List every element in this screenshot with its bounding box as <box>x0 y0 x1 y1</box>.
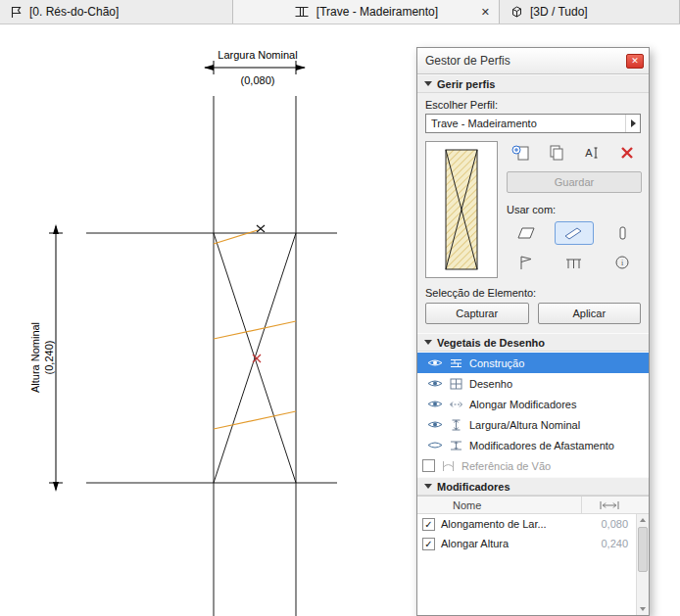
profile-preview-image <box>426 142 497 277</box>
element-selection-label: Selecção de Elemento: <box>425 287 641 299</box>
layer-item-offset-modifiers[interactable]: Modificadores de Afastamento <box>417 435 649 455</box>
construction-icon <box>449 356 463 370</box>
modifier-checkbox[interactable]: ✓ <box>422 518 435 531</box>
new-profile-icon <box>511 144 531 162</box>
eye-icon[interactable] <box>427 357 443 368</box>
dropdown-arrow-icon[interactable] <box>625 115 640 132</box>
stretch-modifiers-icon <box>449 398 463 411</box>
profile-construction-lines <box>86 96 337 616</box>
use-with-flag-button[interactable] <box>507 251 546 274</box>
check-icon: ✓ <box>424 519 432 530</box>
section-label: Modificadores <box>437 481 510 493</box>
duplicate-profile-icon <box>548 144 565 162</box>
apply-button[interactable]: Aplicar <box>538 303 642 324</box>
width-dim-label: Largura Nominal <box>218 49 297 61</box>
column-header-value[interactable] <box>581 497 636 513</box>
section-label: Vegetais de Desenho <box>437 337 545 349</box>
scroll-up-icon[interactable] <box>637 514 649 526</box>
profile-dropdown-value: Trave - Madeiramento <box>431 118 537 129</box>
palette-titlebar[interactable]: Gestor de Perfis ✕ <box>417 48 649 74</box>
layer-item-stretch-modifiers[interactable]: Alongar Modificadores <box>417 394 649 414</box>
tab-bar: [0. Rés-do-Chão] [Trave - Madeiramento] … <box>0 0 680 24</box>
story-icon <box>10 6 23 19</box>
width-dim-value: (0,080) <box>241 74 275 86</box>
svg-text:A: A <box>585 147 593 159</box>
stretch-modifier-lines <box>214 230 296 429</box>
new-profile-button[interactable] <box>509 142 534 164</box>
offset-modifiers-icon <box>449 439 463 452</box>
section-header-drawing-layers[interactable]: Vegetais de Desenho <box>417 333 649 352</box>
column-header-name[interactable]: Nome <box>417 499 581 511</box>
profile-preview <box>425 141 498 278</box>
modifiers-table: Nome ✓ Alongamento de Lar... 0,080 ✓ Alo… <box>417 496 649 615</box>
tab-label: [3D / Tudo] <box>530 5 588 19</box>
layer-item-construction[interactable]: Construção <box>417 353 649 373</box>
rename-profile-button[interactable]: A <box>579 142 605 164</box>
use-with-railing-button[interactable] <box>555 251 594 274</box>
tab-close-icon[interactable]: ✕ <box>481 6 490 19</box>
rename-profile-icon: A <box>583 145 601 161</box>
modifier-row-height[interactable]: ✓ Alongar Altura 0,240 <box>417 534 649 553</box>
span-reference-checkbox[interactable] <box>422 459 435 472</box>
layer-item-drawing[interactable]: Desenho <box>417 373 649 394</box>
section-label: Gerir perfis <box>437 78 495 90</box>
profile-dropdown[interactable]: Trave - Madeiramento <box>425 114 641 133</box>
origin-marker <box>253 355 261 362</box>
modifier-value: 0,240 <box>581 538 636 549</box>
duplicate-profile-button[interactable] <box>544 142 569 164</box>
modifier-name: Alongar Altura <box>441 538 581 549</box>
save-button-label: Guardar <box>555 176 594 188</box>
tab-profile-editor[interactable]: [Trave - Madeiramento] ✕ <box>233 0 500 24</box>
modifier-row-width[interactable]: ✓ Alongamento de Lar... 0,080 <box>417 514 649 534</box>
scrollbar-thumb[interactable] <box>638 527 648 572</box>
column-icon <box>612 225 632 241</box>
scroll-down-icon[interactable] <box>637 603 649 615</box>
profile-section-icon <box>294 6 310 18</box>
profile-manager-palette: Gestor de Perfis ✕ Gerir perfis Escolher… <box>416 47 650 616</box>
profile-actions-column: A Guardar Usar com: <box>507 141 642 278</box>
use-with-wall-button[interactable] <box>507 221 546 245</box>
table-scrollbar[interactable] <box>636 514 649 615</box>
delete-profile-button[interactable] <box>614 142 640 164</box>
save-button[interactable]: Guardar <box>507 171 642 193</box>
hotspot-marker <box>257 225 265 232</box>
layer-item-span-reference[interactable]: Referência de Vão <box>417 455 649 476</box>
use-with-beam-button[interactable] <box>555 221 594 245</box>
choose-profile-label: Escolher Perfil: <box>425 99 641 111</box>
info-icon: i <box>613 255 631 270</box>
apply-button-label: Aplicar <box>572 308 606 319</box>
3d-cube-icon <box>510 5 523 19</box>
selection-buttons: Capturar Aplicar <box>425 303 641 324</box>
railing-icon <box>564 255 584 270</box>
section-header-modifiers[interactable]: Modificadores <box>417 477 649 496</box>
tab-label: [Trave - Madeiramento] <box>316 5 438 19</box>
layer-label: Desenho <box>469 378 512 390</box>
nominal-size-icon <box>449 418 463 432</box>
modifier-checkbox[interactable]: ✓ <box>422 538 435 550</box>
profile-preview-row: A Guardar Usar com: <box>425 141 641 278</box>
layer-item-nominal-size[interactable]: Largura/Altura Nominal <box>417 414 649 435</box>
eye-icon[interactable] <box>427 419 443 430</box>
modifier-value: 0,080 <box>581 518 636 530</box>
chevron-down-icon <box>424 81 432 86</box>
profile-toolbar: A <box>507 141 642 165</box>
height-dim-value: (0,240) <box>43 341 55 375</box>
use-with-grid: i <box>507 221 642 274</box>
use-with-column-button[interactable] <box>603 221 642 245</box>
drawing-icon <box>449 377 463 391</box>
eye-closed-icon[interactable] <box>427 440 443 450</box>
tab-3d-view[interactable]: [3D / Tudo] <box>500 0 680 24</box>
close-icon: ✕ <box>631 56 639 66</box>
capture-button[interactable]: Capturar <box>425 303 529 324</box>
eye-icon[interactable] <box>427 399 443 409</box>
tab-ground-floor[interactable]: [0. Rés-do-Chão] <box>0 0 233 24</box>
section-header-manage-profiles[interactable]: Gerir perfis <box>417 74 649 93</box>
modifiers-table-header: Nome <box>417 497 649 514</box>
beam-icon <box>564 225 584 241</box>
svg-text:i: i <box>621 259 624 267</box>
modifier-name: Alongamento de Lar... <box>441 518 581 530</box>
eye-icon[interactable] <box>427 378 443 389</box>
use-with-info-button[interactable]: i <box>603 251 642 274</box>
palette-close-button[interactable]: ✕ <box>626 54 644 69</box>
modifier-value-icon <box>599 500 620 510</box>
